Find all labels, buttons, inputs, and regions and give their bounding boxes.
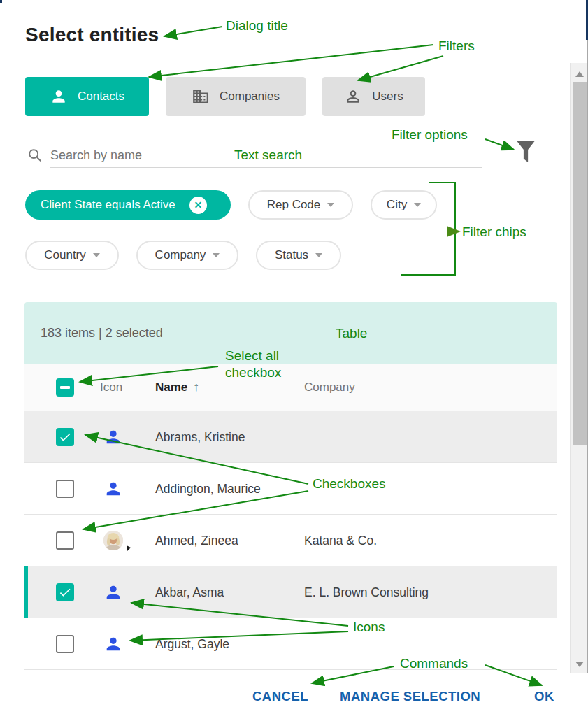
person-outline-icon — [344, 87, 362, 106]
row-name: Ahmed, Zineea — [155, 533, 238, 548]
tab-contacts[interactable]: Contacts — [25, 77, 149, 116]
active-filter-chip[interactable]: Client State equals Active ✕ — [25, 190, 231, 220]
chip-label: Rep Code — [267, 198, 321, 212]
annotation-icons: Icons — [353, 620, 385, 635]
filter-chip-country[interactable]: Country — [25, 241, 119, 270]
table-summary-bar: 183 items | 2 selected — [24, 302, 557, 364]
annotation-filter-chips: Filter chips — [462, 224, 526, 240]
building-icon — [192, 87, 210, 106]
checkmark-icon — [58, 430, 72, 444]
column-header-name[interactable]: Name↑ — [155, 380, 199, 394]
chip-label: Company — [155, 248, 206, 262]
selection-accent-bar — [24, 566, 28, 618]
person-icon — [50, 87, 68, 106]
row-company: E. L. Brown Consulting — [304, 585, 429, 599]
row-checkbox[interactable] — [56, 480, 74, 498]
photo-avatar — [103, 531, 123, 550]
row-company: Katana & Co. — [304, 533, 377, 548]
dialog-scrollbar[interactable] — [570, 63, 588, 673]
chip-label: City — [387, 198, 407, 212]
row-name: Akbar, Asma — [155, 585, 224, 599]
table-row[interactable]: Akbar, Asma E. L. Brown Consulting — [24, 566, 557, 618]
table-row[interactable]: Argust, Gayle — [24, 618, 557, 670]
annotation-table: Table — [336, 326, 367, 341]
chevron-down-icon — [414, 203, 421, 207]
tab-label: Users — [372, 90, 403, 103]
triangle-down-icon[interactable] — [575, 662, 584, 667]
cancel-button[interactable]: CANCEL — [252, 689, 308, 704]
ok-button[interactable]: OK — [534, 689, 554, 704]
row-name: Addington, Maurice — [155, 481, 261, 496]
filter-chip-company[interactable]: Company — [136, 241, 238, 270]
person-icon — [103, 479, 123, 499]
row-avatar — [103, 531, 123, 550]
row-checkbox[interactable] — [56, 531, 74, 550]
person-icon — [103, 427, 123, 447]
items-selected-count: 183 items | 2 selected — [41, 326, 163, 341]
chevron-down-icon — [93, 253, 100, 257]
table-header-row: Icon Name↑ Company — [24, 364, 557, 411]
entity-table: 183 items | 2 selected Icon Name↑ Compan… — [24, 302, 557, 670]
filter-chip-status[interactable]: Status — [256, 241, 341, 270]
annotation-filters: Filters — [438, 38, 475, 54]
cursor-artifact — [127, 545, 131, 552]
annotation-dialog-title: Dialog title — [226, 18, 288, 34]
filter-chip-rep-code[interactable]: Rep Code — [248, 190, 353, 220]
person-icon — [103, 634, 123, 654]
filter-chip-row-1: Client State equals Active ✕ Rep Code Ci… — [25, 190, 437, 220]
scrollbar-thumb[interactable] — [573, 82, 587, 445]
page-title: Select entities — [25, 24, 159, 46]
table-rows: Abrams, Kristine Addington, Maurice — [24, 411, 557, 670]
window-corner-artifact — [0, 0, 2, 3]
tab-companies[interactable]: Companies — [166, 77, 306, 116]
row-avatar — [103, 634, 123, 654]
filter-chip-row-2: Country Company Status — [25, 241, 341, 270]
column-header-icon: Icon — [100, 380, 122, 394]
triangle-up-icon[interactable] — [575, 71, 584, 77]
checkmark-icon — [58, 585, 72, 599]
row-avatar — [103, 583, 123, 602]
filter-options-icon[interactable] — [515, 139, 536, 167]
filter-chip-city[interactable]: City — [371, 190, 437, 220]
annotation-text-search: Text search — [234, 148, 302, 163]
row-checkbox[interactable] — [56, 583, 74, 601]
search-icon — [27, 148, 43, 166]
annotation-select-all-1: Select all — [225, 348, 279, 364]
footer-divider — [0, 673, 588, 673]
entity-type-tabs: Contacts Companies Users — [25, 77, 425, 116]
tab-users[interactable]: Users — [322, 77, 425, 116]
table-row[interactable]: Ahmed, Zineea Katana & Co. — [24, 515, 557, 566]
chip-label: Country — [44, 248, 86, 262]
row-name: Abrams, Kristine — [155, 429, 245, 444]
select-entities-dialog: Select entities Contacts Companies Users… — [0, 0, 588, 721]
row-avatar — [103, 427, 123, 447]
sort-ascending-icon: ↑ — [193, 380, 199, 394]
chevron-down-icon — [213, 253, 220, 257]
row-checkbox[interactable] — [56, 635, 74, 653]
annotation-select-all-2: checkbox — [225, 365, 281, 380]
circle-x-icon[interactable]: ✕ — [189, 197, 207, 214]
row-avatar — [103, 479, 123, 499]
column-header-company: Company — [304, 380, 355, 394]
table-row[interactable]: Addington, Maurice — [24, 463, 557, 515]
chevron-down-icon — [315, 253, 322, 257]
tab-label: Contacts — [78, 90, 124, 103]
annotation-filter-options: Filter options — [392, 127, 468, 143]
chip-label: Status — [275, 248, 308, 262]
table-row[interactable]: Abrams, Kristine — [24, 411, 557, 463]
annotation-checkboxes: Checkboxes — [313, 476, 386, 492]
search-underline — [50, 167, 482, 168]
manage-selection-button[interactable]: MANAGE SELECTION — [340, 689, 480, 704]
select-all-checkbox[interactable] — [56, 378, 74, 397]
row-checkbox[interactable] — [56, 428, 74, 446]
search-input[interactable] — [50, 144, 232, 166]
tab-label: Companies — [220, 90, 280, 103]
active-filter-label: Client State equals Active — [41, 198, 175, 212]
row-name: Argust, Gayle — [155, 636, 229, 651]
chevron-down-icon — [327, 203, 334, 207]
annotation-commands: Commands — [400, 656, 468, 671]
person-icon — [103, 583, 123, 602]
